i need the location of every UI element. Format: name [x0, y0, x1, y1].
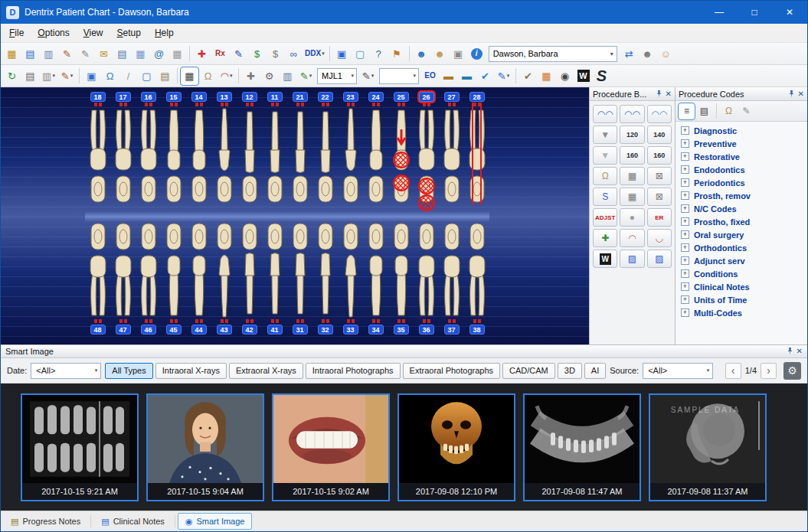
ceph-xray-image[interactable]: SAMPLE DATA — [650, 395, 765, 483]
close-button[interactable]: ✕ — [772, 1, 807, 24]
perio-button-140[interactable]: 140 — [647, 126, 672, 144]
tooth-36[interactable]: 36 — [414, 222, 439, 343]
thumbnail-smile-photo[interactable]: 2017-10-15 9:02 AM — [272, 393, 390, 501]
tooth-38[interactable]: 38 — [464, 222, 489, 343]
grid-button-1[interactable]: ▦ — [620, 167, 644, 185]
ddx-button[interactable]: DDX▾ — [303, 45, 326, 63]
tooth-11[interactable]: 11 — [262, 90, 287, 211]
smile-photo-image[interactable] — [273, 395, 388, 483]
expand-icon[interactable]: + — [681, 230, 689, 239]
menu-setup[interactable]: Setup — [110, 24, 148, 42]
copy-icon[interactable]: ▥▾ — [40, 67, 57, 85]
tooth-25[interactable]: 25 — [388, 90, 414, 211]
denture-lower-button[interactable]: ◡ — [647, 229, 672, 247]
tooth-27[interactable]: 27 — [439, 90, 464, 211]
anesthetic-icon[interactable]: ✎▾ — [297, 67, 315, 85]
close-icon[interactable]: ✕ — [666, 90, 672, 98]
esign-icon[interactable]: ✎ — [230, 45, 247, 63]
info-icon[interactable]: i — [468, 45, 486, 63]
patient-notes-icon[interactable]: ✎ — [58, 45, 76, 63]
tooth-22[interactable]: 22 — [312, 90, 338, 211]
tooth-47[interactable]: 47 — [110, 222, 136, 343]
tooth-48[interactable]: 48 — [85, 222, 110, 343]
cbct-3d-skull-image[interactable] — [399, 395, 514, 483]
profile-photo-icon[interactable]: ☺ — [657, 45, 675, 63]
expand-icon[interactable]: + — [681, 204, 689, 213]
date-select[interactable]: <All> ▾ — [31, 363, 101, 379]
sealant-button[interactable]: S — [593, 188, 617, 206]
clipboard2-icon[interactable]: ▥ — [279, 67, 296, 85]
tooth-watch-icon[interactable]: Ω — [199, 67, 217, 85]
category-n-c-codes[interactable]: +N/C Codes — [676, 202, 807, 215]
lab-case-icon[interactable]: ⚑ — [388, 45, 406, 63]
category-orthodontics[interactable]: +Orthodontics — [676, 241, 807, 254]
filter-all-types[interactable]: All Types — [105, 363, 152, 379]
portrait-photo-image[interactable] — [148, 395, 263, 483]
health-history-icon[interactable]: ✚ — [193, 45, 211, 63]
category-multi-codes[interactable]: +Multi-Codes — [676, 306, 807, 319]
tooth-43[interactable]: 43 — [211, 222, 237, 343]
settings-gear-button[interactable]: ⚙ — [783, 362, 801, 380]
tooth-21[interactable]: 21 — [287, 90, 312, 211]
patient-search-dropdown-icon[interactable]: ▾ — [607, 51, 617, 57]
tooth-31[interactable]: 31 — [287, 222, 312, 343]
email-icon[interactable]: @ — [150, 45, 168, 63]
menu-file[interactable]: File — [2, 24, 31, 42]
tooth-icon[interactable]: Ω — [721, 103, 737, 119]
source-select[interactable]: <All> ▾ — [643, 363, 713, 379]
refer-patient-icon[interactable]: ⇄ — [620, 45, 638, 63]
tooth-35[interactable]: 35 — [388, 222, 414, 343]
prev-page-button[interactable]: ‹ — [725, 363, 741, 379]
category-prosth-remov[interactable]: +Prosth, remov — [676, 189, 807, 202]
er-button[interactable]: ER — [647, 208, 672, 227]
expand-icon[interactable]: + — [681, 282, 689, 291]
tooth-42[interactable]: 42 — [237, 222, 262, 343]
tooth-17[interactable]: 17 — [110, 90, 136, 211]
perio-button-120[interactable]: 120 — [620, 126, 644, 144]
tooth-46[interactable]: 46 — [136, 222, 161, 343]
handpiece-icon[interactable]: ✎▾ — [359, 67, 377, 85]
hatch-button-2[interactable]: ▨ — [647, 250, 672, 268]
expand-icon[interactable]: + — [681, 152, 689, 161]
tooth-23[interactable]: 23 — [338, 90, 363, 211]
expand-icon[interactable]: + — [681, 308, 689, 317]
perio-button-160b[interactable]: 160 — [647, 146, 672, 165]
monitor-icon[interactable]: ▢ — [138, 67, 155, 85]
document-center-icon[interactable]: ▥ — [40, 45, 57, 63]
appointment-book-icon[interactable]: ▦ — [3, 45, 21, 63]
word-note-button[interactable]: W — [593, 250, 617, 268]
implant-button-1[interactable]: ▼ — [593, 126, 617, 144]
category-periodontics[interactable]: +Periodontics — [676, 176, 807, 189]
fee-icon[interactable]: $ — [248, 45, 266, 63]
titlebar[interactable]: D Dentrix Patient Chart - Dawson, Barbar… — [1, 1, 807, 24]
perio-probe-icon[interactable]: / — [119, 67, 137, 85]
ortho-grid-icon[interactable]: ▦ — [538, 67, 555, 85]
letters-icon[interactable]: ✉ — [95, 45, 113, 63]
bridge-button-3[interactable]: ◠◠ — [647, 105, 672, 123]
tooth-chart[interactable]: 18171615141312112122232425262728 4847464… — [1, 87, 589, 344]
category-conditions[interactable]: +Conditions — [676, 267, 807, 280]
tab-clinical-notes[interactable]: ▤Clinical Notes — [93, 513, 172, 530]
pencil-tool-icon[interactable]: ✎▾ — [58, 67, 76, 85]
family-file-icon[interactable]: ▤ — [21, 45, 39, 63]
category-restorative[interactable]: +Restorative — [676, 150, 807, 163]
patient-education-icon[interactable]: ? — [370, 45, 388, 63]
hygiene-icon[interactable]: Ω — [101, 67, 119, 85]
glasses-icon[interactable]: ∞ — [285, 45, 303, 63]
quick-letters-icon[interactable]: ▤ — [113, 45, 131, 63]
provider-select[interactable]: MJL1▾ — [317, 68, 357, 84]
tooth-24[interactable]: 24 — [363, 90, 388, 211]
material-select[interactable]: ▾ — [379, 68, 419, 84]
expand-icon[interactable]: + — [681, 126, 689, 135]
perio-button-160a[interactable]: 160 — [620, 146, 644, 165]
expand-icon[interactable]: + — [681, 139, 689, 148]
filter-ai[interactable]: AI — [584, 363, 606, 379]
tooth-45[interactable]: 45 — [161, 222, 186, 343]
category-diagnostic[interactable]: +Diagnostic — [676, 124, 807, 137]
bitewing-xray-image[interactable] — [22, 395, 137, 483]
tooth-28[interactable]: 28 — [464, 90, 489, 211]
detail-view-icon[interactable]: ▤ — [696, 103, 712, 119]
smart-logo-icon[interactable]: S — [593, 67, 610, 85]
menu-help[interactable]: Help — [148, 24, 181, 42]
denture-upper-button[interactable]: ◠ — [620, 229, 644, 247]
